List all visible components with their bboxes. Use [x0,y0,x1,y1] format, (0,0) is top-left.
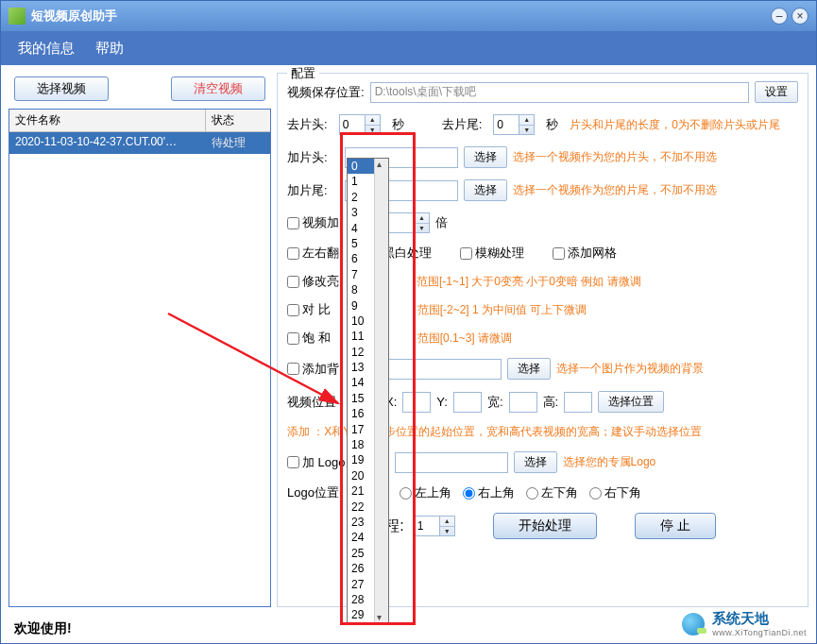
start-button[interactable]: 开始处理 [493,513,597,539]
dropdown-option[interactable]: 8 [348,282,374,297]
watermark-url: www.XiTongTianDi.net [712,628,807,637]
dropdown-option[interactable]: 25 [348,546,374,561]
dropdown-option[interactable]: 6 [348,251,374,266]
chevron-down-icon[interactable]: ▼ [519,126,534,135]
dropdown-option[interactable]: 4 [348,221,374,236]
menubar: 我的信息 帮助 [1,31,816,65]
dropdown-option[interactable]: 20 [348,468,374,483]
add-head-select-button[interactable]: 选择 [464,146,507,168]
chevron-down-icon[interactable]: ▼ [366,126,380,135]
dropdown-option[interactable]: 24 [348,530,374,545]
dropdown-option[interactable]: 28 [348,592,374,607]
select-video-button[interactable]: 选择视频 [14,76,109,101]
dropdown-option[interactable]: 18 [348,437,374,452]
trim-tail-label: 去片尾: [442,116,483,133]
radio-bl[interactable]: 左下角 [526,484,578,501]
chevron-up-icon[interactable]: ▲ [415,213,429,224]
y-input[interactable] [453,392,482,413]
contrast-checkbox[interactable]: 对 比 [287,301,331,318]
app-icon [9,8,26,25]
dropdown-list[interactable]: 0123456789101112131415161718192021222324… [347,158,389,623]
dropdown-option[interactable]: 22 [348,500,374,515]
trim-tail-spinner[interactable]: ▲▼ [493,114,535,135]
pos-button[interactable]: 选择位置 [598,391,664,413]
dropdown-option[interactable]: 23 [348,515,374,530]
x-input[interactable] [402,392,431,413]
save-path-input[interactable] [370,82,749,103]
dropdown-option[interactable]: 11 [348,329,374,344]
sec-label: 秒 [546,116,558,133]
chevron-down-icon[interactable]: ▼ [415,224,429,233]
dropdown-option[interactable]: 0 [348,159,374,174]
cell-status: 待处理 [206,132,270,154]
dropdown-option[interactable]: 16 [348,406,374,421]
flip-checkbox[interactable]: 左右翻 [287,245,339,262]
dropdown-option[interactable]: 29 [348,607,374,622]
saturation-checkbox[interactable]: 饱 和 [287,330,331,347]
dropdown-option[interactable]: 10 [348,314,374,329]
threads-spinner[interactable]: ▲▼ [414,516,455,536]
dropdown-option[interactable]: 19 [348,452,374,467]
add-tail-label: 加片尾: [287,182,339,199]
close-button[interactable]: × [791,8,808,25]
dropdown-option[interactable]: 9 [348,298,374,314]
grid-checkbox[interactable]: 添加网格 [553,245,617,262]
add-bg-checkbox[interactable]: 添加背 [287,361,339,378]
logo-input[interactable] [395,452,508,473]
save-path-label: 视频保存位置: [287,84,365,101]
chevron-up-icon[interactable]: ▲ [519,115,534,126]
dropdown-option[interactable]: 7 [348,267,374,282]
sec-label: 秒 [392,116,404,133]
speed-checkbox[interactable]: 视频加 [287,214,339,231]
bg-select-button[interactable]: 选择 [507,358,551,380]
bg-hint: 选择一个图片作为视频的背景 [556,361,704,377]
logo-checkbox[interactable]: 加 Logo [287,454,346,471]
col-filename[interactable]: 文件名称 [9,110,206,131]
blur-checkbox[interactable]: 模糊处理 [460,245,524,262]
bg-input[interactable] [388,359,502,380]
dropdown-option[interactable]: 5 [348,236,374,251]
dropdown-option[interactable]: 17 [348,422,374,437]
dropdown-option[interactable]: 13 [348,360,374,375]
logo-select-button[interactable]: 选择 [514,451,557,473]
trim-hint: 片头和片尾的长度，0为不删除片头或片尾 [570,117,780,133]
menu-help[interactable]: 帮助 [95,40,124,58]
welcome-text: 欢迎使用! [14,620,72,637]
dropdown-option[interactable]: 21 [348,483,374,499]
dropdown-option[interactable]: 14 [348,375,374,390]
h-label: 高: [543,394,559,411]
watermark: 系统天地 www.XiTongTianDi.net [680,610,807,637]
cell-filename: 2020-11-03-10-42-37.CUT.00'… [9,132,206,154]
chevron-down-icon[interactable]: ▼ [440,527,454,536]
speed-spinner[interactable]: ▲▼ [388,212,430,233]
brightness-checkbox[interactable]: 修改亮 [287,273,339,290]
clear-video-button[interactable]: 清空视频 [171,76,265,101]
stop-button[interactable]: 停 止 [635,513,716,539]
titlebar: 短视频原创助手 – × [1,1,816,31]
dropdown-option[interactable]: 27 [348,577,374,592]
radio-br[interactable]: 右下角 [589,484,641,501]
dropdown-option[interactable]: 15 [348,391,374,406]
menu-my-info[interactable]: 我的信息 [18,40,75,58]
dropdown-option[interactable]: 2 [348,190,374,205]
h-input[interactable] [564,392,592,413]
dropdown-option[interactable]: 26 [348,561,374,576]
chevron-up-icon[interactable]: ▲ [440,517,454,527]
chevron-up-icon[interactable]: ▲ [366,115,380,126]
logo-hint: 选择您的专属Logo [563,454,656,470]
dropdown-option[interactable]: 1 [348,174,374,189]
table-row[interactable]: 2020-11-03-10-42-37.CUT.00'… 待处理 [9,132,270,154]
scrollbar[interactable] [374,159,388,622]
add-tail-select-button[interactable]: 选择 [464,179,507,201]
radio-tl[interactable]: 左上角 [400,484,451,501]
trim-head-spinner[interactable]: ▲▼ [339,114,381,135]
col-status[interactable]: 状态 [206,110,270,131]
w-input[interactable] [509,392,537,413]
radio-tr[interactable]: 右上角 [463,484,515,501]
set-path-button[interactable]: 设置 [755,81,798,103]
dropdown-option[interactable]: 3 [348,205,374,220]
minimize-button[interactable]: – [771,8,788,25]
dropdown-option[interactable]: 12 [348,345,374,360]
y-label: Y: [436,395,448,409]
app-title: 短视频原创助手 [31,8,117,25]
